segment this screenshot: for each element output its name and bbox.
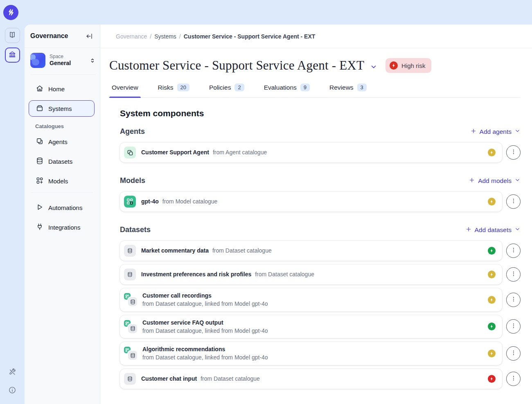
add-datasets-button[interactable]: Add datasets (465, 226, 521, 234)
component-card[interactable]: Customer Support Agent from Agent catalo… (120, 142, 502, 163)
space-selector[interactable]: Space General (30, 53, 96, 75)
kebab-icon (510, 149, 517, 156)
sidebar-item-automations[interactable]: Automations (29, 199, 95, 216)
component-name: Market commentary data (141, 246, 209, 255)
up-down-chevron-icon (89, 57, 96, 64)
tab-risks[interactable]: Risks20 (156, 79, 192, 97)
kebab-icon (510, 350, 517, 357)
main-panel: Governance/Systems/Customer Service - Su… (100, 25, 532, 404)
add-agents-button[interactable]: Add agents (470, 128, 521, 136)
sidebar-item-integrations[interactable]: Integrations (29, 219, 95, 235)
tab-label: Reviews (329, 84, 354, 91)
app-logo[interactable] (3, 5, 18, 20)
risk-badge-label: High risk (401, 62, 425, 69)
tab-count-badge: 9 (300, 84, 310, 91)
page-title: Customer Service - Support Service Agent… (109, 58, 364, 73)
component-name: Customer chat input (141, 375, 197, 383)
kebab-icon (510, 375, 517, 383)
kebab-icon (510, 198, 517, 205)
agent-copy-icon (124, 147, 136, 158)
sidebar-item-models[interactable]: Models (29, 173, 95, 189)
plus-icon (465, 226, 472, 234)
tab-label: Overview (112, 84, 138, 91)
row-menu-button[interactable] (506, 346, 521, 361)
component-source: from Dataset catalogue (255, 270, 314, 278)
component-card[interactable]: Customer call recordings from Dataset ca… (120, 288, 502, 311)
add-label: Add datasets (475, 226, 512, 234)
tab-policies[interactable]: Policies2 (207, 79, 247, 97)
component-card[interactable]: gpt-4o from Model catalogue (120, 192, 502, 212)
bolt-icon (390, 61, 398, 70)
tab-evaluations[interactable]: Evaluations9 (261, 79, 312, 97)
component-row: Investment preferences and risk profiles… (120, 264, 521, 284)
row-menu-button[interactable] (506, 244, 521, 258)
component-name: Algorithmic recommendations (142, 345, 268, 353)
model-grid-icon (124, 196, 136, 208)
component-row: gpt-4o from Model catalogue (120, 192, 521, 212)
rail-footer-help[interactable] (8, 386, 16, 394)
tab-reviews[interactable]: Reviews3 (327, 79, 369, 97)
component-card[interactable]: Customer service FAQ output from Dataset… (120, 315, 502, 339)
breadcrumb-item[interactable]: Systems (154, 33, 176, 40)
row-menu-button[interactable] (506, 267, 521, 282)
dataset-linked-icon (124, 293, 137, 306)
rail-footer-settings[interactable] (8, 368, 16, 376)
add-label: Add agents (480, 128, 512, 135)
add-label: Add models (478, 177, 512, 185)
row-menu-button[interactable] (506, 145, 521, 160)
sidebar-item-agents[interactable]: Agents (29, 133, 95, 150)
status-warning-bolt-icon (488, 271, 496, 278)
row-menu-button[interactable] (506, 194, 521, 209)
component-name: Customer call recordings (142, 291, 268, 300)
section-header-datasets: DatasetsAdd datasets (120, 226, 521, 234)
component-name: Customer service FAQ output (142, 318, 268, 327)
collapse-left-icon (86, 32, 93, 40)
sidebar-item-home[interactable]: Home (29, 81, 95, 97)
component-card[interactable]: Algorithmic recommendations from Dataset… (120, 342, 502, 365)
component-source: from Model catalogue (162, 197, 218, 205)
component-card[interactable]: Market commentary data from Dataset cata… (120, 241, 502, 261)
agents-icon (36, 137, 44, 147)
breadcrumb-item: Customer Service - Support Service Agent… (184, 33, 316, 40)
component-card[interactable]: Investment preferences and risk profiles… (120, 264, 502, 284)
status-warning-bolt-icon (488, 296, 496, 304)
add-models-button[interactable]: Add models (469, 177, 521, 185)
space-name: General (50, 60, 71, 67)
sidebar-item-systems[interactable]: Systems (29, 100, 95, 117)
sidebar-item-label: Datasets (48, 158, 72, 165)
kebab-icon (510, 247, 517, 255)
row-menu-button[interactable] (506, 319, 521, 334)
title-chevron-button[interactable] (370, 63, 377, 70)
kebab-icon (510, 323, 517, 330)
dataset-icon (124, 373, 136, 385)
tab-overview[interactable]: Overview (109, 79, 141, 97)
sidebar-header: Governance (25, 25, 100, 48)
top-bar (0, 0, 532, 25)
tab-count-badge: 3 (357, 84, 367, 91)
sidebar-item-datasets[interactable]: Datasets (29, 153, 95, 169)
content-area: System components AgentsAdd agents Custo… (100, 98, 532, 404)
integrations-icon (36, 223, 44, 232)
chevron-down-icon (514, 177, 521, 185)
component-card[interactable]: Customer chat input from Dataset catalog… (120, 369, 502, 389)
tab-bar: OverviewRisks20Policies2Evaluations9Revi… (108, 79, 521, 98)
status-warning-bolt-icon (488, 198, 496, 205)
left-rail (0, 25, 25, 404)
risk-badge: High risk (385, 58, 431, 73)
sidebar-collapse-button[interactable] (86, 32, 93, 40)
sidebar-item-label: Integrations (48, 224, 80, 231)
dataset-icon (128, 324, 137, 333)
plus-icon (469, 177, 475, 185)
component-row: Algorithmic recommendations from Dataset… (120, 342, 521, 365)
tab-label: Evaluations (264, 84, 297, 91)
row-menu-button[interactable] (506, 372, 521, 386)
component-name: Investment preferences and risk profiles (141, 270, 251, 278)
tab-label: Policies (209, 84, 231, 91)
datasets-icon (36, 157, 44, 166)
rail-button-library[interactable] (5, 28, 20, 43)
sidebar: Governance Space General HomeSystemsCata… (25, 25, 100, 404)
row-menu-button[interactable] (506, 293, 521, 307)
breadcrumb-item[interactable]: Governance (116, 33, 147, 40)
rail-button-governance[interactable] (5, 47, 20, 63)
dataset-linked-icon (124, 347, 137, 360)
